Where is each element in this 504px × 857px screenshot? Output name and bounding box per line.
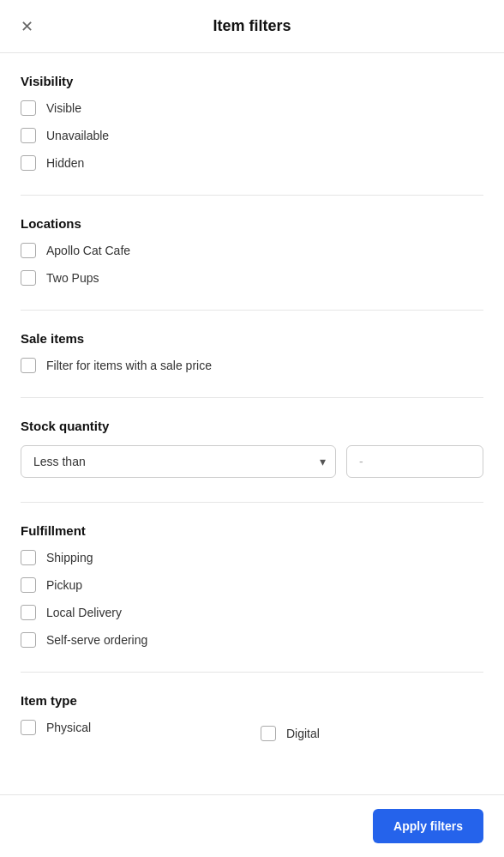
checkbox-shipping[interactable] [21, 550, 36, 565]
checkbox-label-local-delivery: Local Delivery [46, 606, 122, 619]
divider-3 [21, 397, 483, 398]
divider-4 [21, 502, 483, 503]
checkbox-twopups[interactable] [21, 270, 36, 286]
stock-quantity-select[interactable]: Less than Greater than Equal to [21, 445, 336, 478]
fulfillment-title: Fulfillment [21, 523, 483, 538]
checkbox-label-unavailable: Unavailable [46, 129, 109, 142]
checkbox-label-shipping: Shipping [46, 551, 93, 564]
modal-title: Item filters [213, 17, 291, 35]
checkbox-item-shipping[interactable]: Shipping [21, 550, 483, 565]
checkbox-label-sale: Filter for items with a sale price [46, 359, 212, 372]
divider-2 [21, 310, 483, 311]
checkbox-item-self-serve[interactable]: Self-serve ordering [21, 632, 483, 648]
divider-1 [21, 195, 483, 196]
item-type-title: Item type [21, 693, 483, 708]
checkbox-digital[interactable] [261, 726, 276, 741]
visibility-section: Visibility Visible Unavailable Hidden [21, 74, 483, 171]
checkbox-item-hidden[interactable]: Hidden [21, 155, 483, 171]
checkbox-item-apollo[interactable]: Apollo Cat Cafe [21, 243, 483, 258]
stock-select-wrapper: Less than Greater than Equal to ▾ [21, 445, 336, 478]
sale-items-title: Sale items [21, 331, 483, 346]
stock-quantity-input[interactable] [346, 445, 483, 478]
stock-quantity-section: Stock quantity Less than Greater than Eq… [21, 419, 483, 478]
divider-5 [21, 672, 483, 673]
close-button[interactable]: ✕ [17, 15, 37, 38]
locations-section: Locations Apollo Cat Cafe Two Pups [21, 216, 483, 286]
close-icon: ✕ [21, 19, 33, 34]
checkbox-unavailable[interactable] [21, 128, 36, 143]
checkbox-hidden[interactable] [21, 155, 36, 171]
checkbox-label-apollo: Apollo Cat Cafe [46, 244, 130, 257]
checkbox-self-serve[interactable] [21, 632, 36, 648]
checkbox-label-twopups: Two Pups [46, 271, 99, 285]
checkbox-apollo[interactable] [21, 243, 36, 258]
stock-quantity-title: Stock quantity [21, 419, 483, 433]
modal-header: ✕ Item filters [0, 0, 504, 53]
checkbox-item-digital[interactable]: Digital [261, 720, 483, 747]
filter-content: Visibility Visible Unavailable Hidden Lo… [0, 53, 504, 857]
checkbox-item-twopups[interactable]: Two Pups [21, 270, 483, 286]
apply-filters-button[interactable]: Apply filters [373, 809, 483, 843]
checkbox-item-pickup[interactable]: Pickup [21, 577, 483, 593]
checkbox-visible[interactable] [21, 100, 36, 116]
checkbox-item-visible[interactable]: Visible [21, 100, 483, 116]
checkbox-label-physical: Physical [46, 721, 91, 734]
checkbox-local-delivery[interactable] [21, 605, 36, 620]
checkbox-label-hidden: Hidden [46, 156, 84, 170]
sale-items-section: Sale items Filter for items with a sale … [21, 331, 483, 373]
locations-title: Locations [21, 216, 483, 231]
checkbox-item-local-delivery[interactable]: Local Delivery [21, 605, 483, 620]
checkbox-sale[interactable] [21, 358, 36, 373]
checkbox-label-digital: Digital [286, 727, 320, 740]
checkbox-item-sale[interactable]: Filter for items with a sale price [21, 358, 483, 373]
checkbox-item-unavailable[interactable]: Unavailable [21, 128, 483, 143]
fulfillment-section: Fulfillment Shipping Pickup Local Delive… [21, 523, 483, 648]
checkbox-pickup[interactable] [21, 577, 36, 593]
checkbox-label-visible: Visible [46, 101, 81, 115]
item-type-section: Item type Physical Digital [21, 693, 483, 747]
stock-row: Less than Greater than Equal to ▾ [21, 445, 483, 478]
checkbox-label-pickup: Pickup [46, 578, 82, 592]
checkbox-physical[interactable] [21, 720, 36, 735]
modal-footer: Apply filters [0, 794, 504, 857]
checkbox-item-physical[interactable]: Physical [21, 720, 243, 735]
visibility-title: Visibility [21, 74, 483, 88]
checkbox-label-self-serve: Self-serve ordering [46, 633, 147, 647]
item-type-row: Physical Digital [21, 720, 483, 747]
